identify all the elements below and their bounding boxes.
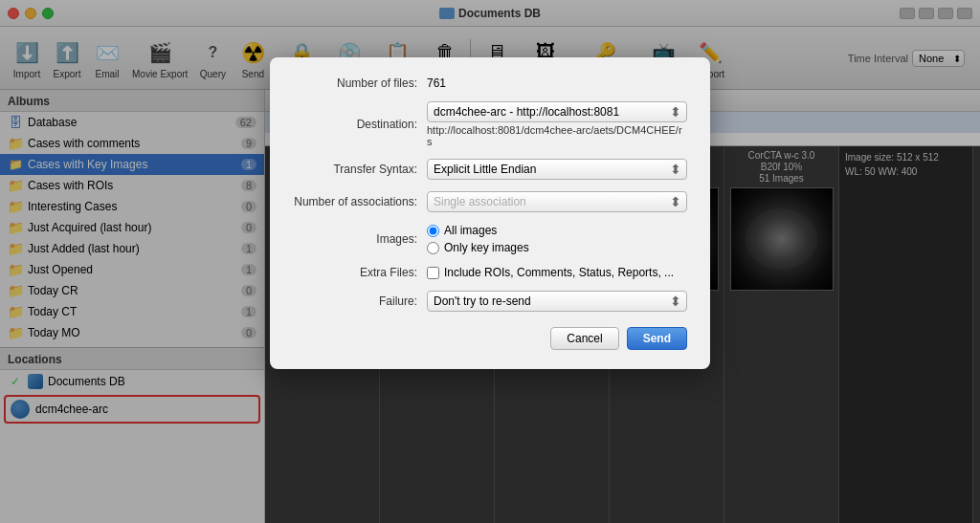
send-modal: Number of files: 761 Destination: dcm4ch…: [270, 57, 710, 369]
send-button[interactable]: Send: [627, 327, 687, 350]
extra-files-checkbox[interactable]: [427, 267, 439, 279]
transfer-syntax-select[interactable]: Explicit Little Endian: [427, 159, 687, 180]
radio-all-images[interactable]: All images: [427, 224, 529, 237]
modal-row-transfer: Transfer Syntax: Explicit Little Endian …: [293, 159, 687, 180]
num-assoc-label: Number of associations:: [293, 195, 427, 208]
radio-all-label: All images: [444, 224, 497, 237]
modal-overlay: Number of files: 761 Destination: dcm4ch…: [0, 0, 980, 523]
images-label: Images:: [293, 232, 427, 246]
num-files-value: 761: [427, 76, 446, 90]
destination-select-wrapper[interactable]: dcm4chee-arc - http://localhost:8081 ⬍: [427, 101, 687, 122]
modal-row-num-files: Number of files: 761: [293, 76, 687, 90]
failure-label: Failure:: [293, 294, 427, 308]
modal-row-associations: Number of associations: Single associati…: [293, 191, 687, 212]
num-files-label: Number of files:: [293, 76, 427, 90]
cancel-button[interactable]: Cancel: [550, 327, 618, 350]
modal-buttons: Cancel Send: [293, 327, 687, 350]
destination-url: http://localhost:8081/dcm4chee-arc/aets/…: [427, 124, 687, 147]
transfer-syntax-wrapper[interactable]: Explicit Little Endian ⬍: [427, 159, 687, 180]
images-radio-group: All images Only key images: [427, 224, 529, 254]
extra-files-label: Extra Files:: [293, 266, 427, 279]
destination-select[interactable]: dcm4chee-arc - http://localhost:8081: [427, 101, 687, 122]
destination-label: Destination:: [293, 118, 427, 131]
modal-row-failure: Failure: Don't try to re-send ⬍: [293, 291, 687, 312]
extra-files-checkbox-row[interactable]: Include ROIs, Comments, Status, Reports,…: [427, 266, 674, 279]
radio-key-label: Only key images: [444, 241, 529, 254]
radio-key-images[interactable]: Only key images: [427, 241, 529, 254]
radio-all-input[interactable]: [427, 225, 439, 237]
failure-wrapper[interactable]: Don't try to re-send ⬍: [427, 291, 687, 312]
destination-wrapper: dcm4chee-arc - http://localhost:8081 ⬍ h…: [427, 101, 687, 147]
associations-wrapper[interactable]: Single association ⬍: [427, 191, 687, 212]
extra-files-checkbox-label: Include ROIs, Comments, Status, Reports,…: [444, 266, 674, 279]
modal-row-destination: Destination: dcm4chee-arc - http://local…: [293, 101, 687, 147]
modal-row-extra-files: Extra Files: Include ROIs, Comments, Sta…: [293, 266, 687, 279]
transfer-syntax-label: Transfer Syntax:: [293, 163, 427, 176]
associations-select[interactable]: Single association: [427, 191, 687, 212]
radio-key-input[interactable]: [427, 242, 439, 254]
modal-row-images: Images: All images Only key images: [293, 224, 687, 254]
failure-select[interactable]: Don't try to re-send: [427, 291, 687, 312]
